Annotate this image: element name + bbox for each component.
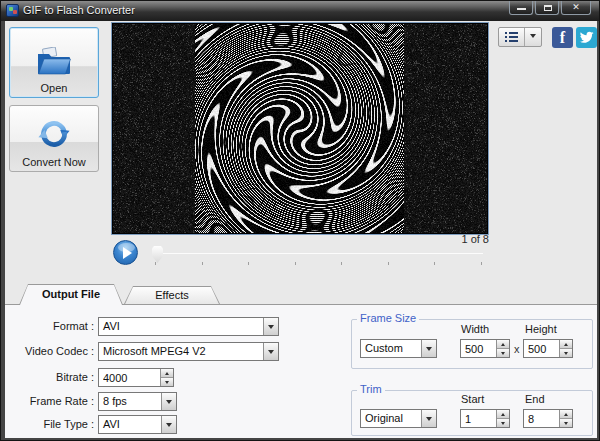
frame-rate-label: Frame Rate : (7, 395, 94, 407)
slider-tick (155, 262, 156, 265)
spinner-down-icon (564, 352, 568, 357)
file-type-dropdown-button[interactable] (161, 416, 176, 433)
open-folder-icon (35, 47, 73, 79)
spinner-down-icon (564, 422, 568, 427)
video-codec-label: Video Codec : (7, 345, 94, 357)
frame-rate-value: 8 fps (99, 393, 161, 410)
play-button[interactable] (113, 240, 138, 265)
format-label: Format : (7, 320, 94, 332)
tab-output-file-label: Output File (19, 284, 123, 300)
frame-size-mode-value: Custom (361, 340, 421, 357)
frame-size-group-title: Frame Size (357, 312, 419, 324)
maximize-button[interactable] (535, 1, 559, 15)
app-window: GIF to Flash Converter ✕ (0, 0, 600, 441)
trim-end-input[interactable] (524, 410, 559, 427)
format-dropdown[interactable]: AVI (98, 317, 279, 336)
bitrate-up-button[interactable] (161, 369, 173, 378)
playlist-split-button (498, 27, 542, 47)
open-button-label: Open (41, 82, 68, 94)
window-controls: ✕ (509, 1, 591, 15)
height-label: Height (525, 323, 557, 335)
chevron-down-icon (530, 34, 536, 41)
frame-size-mode-dropdown-button[interactable] (421, 340, 436, 357)
width-label: Width (461, 323, 489, 335)
trim-start-up-button[interactable] (497, 410, 509, 419)
format-value: AVI (99, 318, 263, 335)
spinner-up-icon (564, 341, 568, 346)
slider-tick (341, 262, 342, 265)
bitrate-input[interactable] (99, 369, 160, 386)
chevron-down-icon (426, 417, 432, 424)
tab-output-file[interactable]: Output File (19, 284, 123, 305)
tab-effects[interactable]: Effects (124, 286, 220, 304)
video-codec-value: Microsoft MPEG4 V2 (99, 343, 263, 360)
bitrate-label: Bitrate : (7, 371, 94, 383)
chevron-down-icon (268, 350, 274, 357)
trim-end-up-button[interactable] (560, 410, 572, 419)
slider-tick (388, 262, 389, 265)
spinner-up-icon (501, 341, 505, 346)
minimize-icon (517, 8, 526, 10)
trim-start-down-button[interactable] (497, 419, 509, 427)
width-up-button[interactable] (497, 340, 509, 349)
trim-start-input[interactable] (461, 410, 496, 427)
trim-start-label: Start (461, 393, 484, 405)
convert-now-button[interactable]: Convert Now (9, 105, 99, 172)
window-title: GIF to Flash Converter (23, 4, 135, 16)
trim-mode-dropdown-button[interactable] (421, 410, 436, 427)
playlist-dropdown-button[interactable] (525, 28, 541, 46)
trim-mode-dropdown[interactable]: Original (360, 409, 437, 428)
convert-sync-icon (36, 117, 72, 153)
frame-slider-track[interactable] (155, 253, 483, 254)
width-spinner (460, 339, 510, 358)
bitrate-down-button[interactable] (161, 378, 173, 386)
width-down-button[interactable] (497, 349, 509, 357)
bitrate-spinner (98, 368, 174, 387)
slider-tick (481, 262, 482, 265)
list-icon (505, 31, 518, 43)
trim-group-title: Trim (357, 383, 385, 395)
facebook-icon: f (560, 29, 565, 46)
height-down-button[interactable] (560, 349, 572, 357)
gif-preview-frame (111, 22, 489, 235)
convert-button-label: Convert Now (22, 156, 86, 168)
height-up-button[interactable] (560, 340, 572, 349)
chevron-down-icon (426, 347, 432, 354)
slider-ticks (155, 262, 483, 266)
minimize-button[interactable] (509, 1, 533, 15)
video-codec-dropdown-button[interactable] (263, 343, 278, 360)
chevron-down-icon (166, 423, 172, 430)
maximize-icon (544, 5, 552, 11)
twitter-bird-icon (579, 30, 594, 45)
frame-counter: 1 of 8 (461, 233, 489, 245)
spinner-up-icon (165, 370, 169, 375)
format-dropdown-button[interactable] (263, 318, 278, 335)
width-input[interactable] (461, 340, 496, 357)
open-button[interactable]: Open (9, 27, 99, 98)
height-spinner (523, 339, 573, 358)
playlist-button[interactable] (499, 28, 525, 46)
twitter-button[interactable] (576, 27, 597, 48)
frame-rate-dropdown[interactable]: 8 fps (98, 392, 177, 411)
slider-tick (434, 262, 435, 265)
spinner-down-icon (501, 422, 505, 427)
spinner-down-icon (165, 381, 169, 386)
frame-rate-dropdown-button[interactable] (161, 393, 176, 410)
facebook-button[interactable]: f (552, 27, 573, 48)
trim-end-spinner (523, 409, 573, 428)
chevron-down-icon (166, 400, 172, 407)
chevron-down-icon (268, 325, 274, 332)
video-codec-dropdown[interactable]: Microsoft MPEG4 V2 (98, 342, 279, 361)
tab-effects-label: Effects (124, 286, 220, 301)
slider-tick (248, 262, 249, 265)
spinner-up-icon (501, 411, 505, 416)
app-icon (6, 4, 19, 17)
height-input[interactable] (524, 340, 559, 357)
trim-end-down-button[interactable] (560, 419, 572, 427)
file-type-label: File Type : (7, 418, 94, 430)
frame-size-mode-dropdown[interactable]: Custom (360, 339, 437, 358)
file-type-dropdown[interactable]: AVI (98, 415, 177, 434)
close-icon: ✕ (572, 2, 580, 12)
close-button[interactable]: ✕ (561, 1, 591, 15)
frame-slider-thumb[interactable] (152, 246, 163, 263)
